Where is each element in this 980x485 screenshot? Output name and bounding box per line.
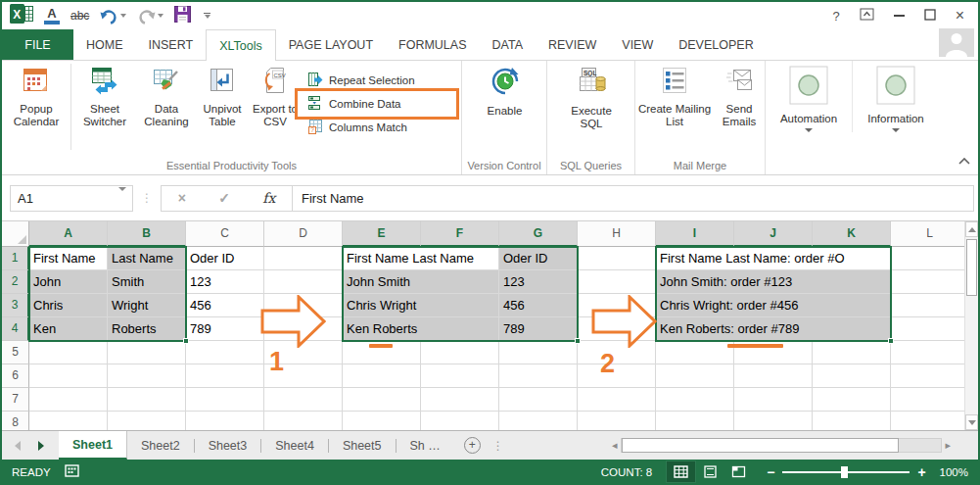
cell-E4[interactable]: Ken Roberts xyxy=(343,317,499,341)
scroll-left-icon[interactable]: ◂ xyxy=(609,439,621,452)
cell-J6[interactable] xyxy=(734,364,813,388)
col-header-D[interactable]: D xyxy=(264,221,343,247)
cell-F5[interactable] xyxy=(421,341,499,364)
cell-I8[interactable] xyxy=(656,412,734,430)
execute-sql-button[interactable]: SQL Execute SQL xyxy=(547,61,635,130)
cell-B7[interactable] xyxy=(108,388,186,412)
cell-K7[interactable] xyxy=(813,388,891,412)
cell-C8[interactable] xyxy=(186,412,264,430)
fill-handle[interactable] xyxy=(575,338,581,344)
help-button[interactable]: ? xyxy=(832,9,839,24)
user-avatar[interactable] xyxy=(939,28,974,61)
cell-A6[interactable] xyxy=(29,364,108,388)
sheet-tab-sheet1[interactable]: Sheet1 xyxy=(59,431,127,460)
sheet-tab-sheet3[interactable]: Sheet3 xyxy=(195,431,261,460)
cell-I7[interactable] xyxy=(656,388,734,412)
cell-B6[interactable] xyxy=(108,364,186,388)
create-mailing-list-button[interactable]: Create Mailing List xyxy=(635,61,714,128)
scroll-right-icon[interactable]: ▸ xyxy=(942,439,954,452)
tab-view[interactable]: VIEW xyxy=(609,29,666,60)
next-sheet-icon[interactable] xyxy=(37,441,45,451)
fill-handle[interactable] xyxy=(183,338,189,344)
cell-D8[interactable] xyxy=(264,412,343,430)
cell-L6[interactable] xyxy=(891,364,964,388)
cell-I6[interactable] xyxy=(656,364,734,388)
zoom-in-button[interactable]: + xyxy=(917,464,925,480)
cell-C7[interactable] xyxy=(186,388,264,412)
row-header-1[interactable]: 1 xyxy=(2,247,29,270)
cell-G3[interactable]: 456 xyxy=(499,294,578,317)
horizontal-scroll-thumb[interactable] xyxy=(622,438,899,453)
cell-H7[interactable] xyxy=(578,388,656,412)
sheet-tab-sheet2[interactable]: Sheet2 xyxy=(127,431,194,460)
save-icon[interactable] xyxy=(174,6,191,26)
cell-C1[interactable]: Oder ID xyxy=(186,247,264,270)
minimize-button[interactable] xyxy=(894,15,905,17)
row-header-2[interactable]: 2 xyxy=(2,270,29,294)
page-layout-view-icon[interactable] xyxy=(696,461,724,482)
name-box[interactable]: A1 xyxy=(10,185,133,212)
tab-developer[interactable]: DEVELOPER xyxy=(666,29,766,60)
close-button[interactable]: × xyxy=(956,7,964,24)
normal-view-icon[interactable] xyxy=(666,461,696,483)
cell-F7[interactable] xyxy=(421,388,499,412)
enable-button[interactable]: Enable xyxy=(462,61,547,118)
cell-B4[interactable]: Roberts xyxy=(108,317,186,341)
col-header-K[interactable]: K xyxy=(813,221,891,247)
font-color-button[interactable]: A xyxy=(44,8,60,24)
cell-B1[interactable]: Last Name xyxy=(108,247,186,270)
cancel-icon[interactable]: × xyxy=(178,190,186,206)
popup-calendar-button[interactable]: Popup Calendar xyxy=(2,61,70,128)
row-header-5[interactable]: 5 xyxy=(2,341,29,364)
cell-D7[interactable] xyxy=(264,388,343,412)
col-header-G[interactable]: G xyxy=(499,221,578,247)
cell-G6[interactable] xyxy=(499,364,578,388)
enter-icon[interactable]: ✓ xyxy=(218,190,230,206)
cell-K6[interactable] xyxy=(813,364,891,388)
cell-E6[interactable] xyxy=(343,364,421,388)
sheet-tab-sheet5[interactable]: Sheet5 xyxy=(329,431,396,460)
cell-K8[interactable] xyxy=(813,412,891,430)
maximize-button[interactable] xyxy=(924,9,936,24)
cell-I3[interactable]: Chris Wright: order #456 xyxy=(656,294,891,317)
cell-F6[interactable] xyxy=(421,364,499,388)
cell-L8[interactable] xyxy=(891,412,964,430)
collapse-ribbon-icon[interactable] xyxy=(958,151,970,169)
cell-I4[interactable]: Ken Roberts: order #789 xyxy=(656,317,891,341)
zoom-level[interactable]: 100% xyxy=(940,466,968,478)
insert-function-icon[interactable]: fx xyxy=(262,190,275,206)
macro-record-icon[interactable] xyxy=(65,464,79,479)
cell-E2[interactable]: John Smith xyxy=(343,270,499,294)
tab-review[interactable]: REVIEW xyxy=(536,29,609,60)
sheet-tab-sheet4[interactable]: Sheet4 xyxy=(261,431,328,460)
tab-file[interactable]: FILE xyxy=(2,29,73,60)
prev-sheet-icon[interactable] xyxy=(14,441,22,451)
col-header-L[interactable]: L xyxy=(891,221,964,247)
select-all-corner[interactable] xyxy=(2,221,29,247)
redo-button[interactable] xyxy=(137,8,163,24)
cell-A2[interactable]: John xyxy=(29,270,108,294)
cell-C4[interactable]: 789 xyxy=(186,317,264,341)
cell-G2[interactable]: 123 xyxy=(499,270,578,294)
horizontal-scrollbar[interactable]: ◂ ▸ xyxy=(609,436,954,454)
cell-C6[interactable] xyxy=(186,364,264,388)
cell-A8[interactable] xyxy=(29,412,108,430)
cell-A1[interactable]: First Name xyxy=(29,247,108,270)
cell-I2[interactable]: John Smith: order #123 xyxy=(656,270,891,294)
tab-insert[interactable]: INSERT xyxy=(136,29,207,60)
fill-handle[interactable] xyxy=(888,338,894,344)
vertical-scrollbar[interactable] xyxy=(964,221,978,430)
undo-button[interactable] xyxy=(100,8,126,24)
cell-H6[interactable] xyxy=(578,364,656,388)
cell-H2[interactable] xyxy=(578,270,656,294)
sheet-tab-sheet6[interactable]: Sh … xyxy=(397,431,454,460)
col-header-I[interactable]: I xyxy=(656,221,734,247)
cell-G1[interactable]: Oder ID xyxy=(499,247,578,270)
sheet-switcher-button[interactable]: Sheet Switcher xyxy=(71,61,138,128)
col-header-A[interactable]: A xyxy=(29,221,108,247)
cell-I5[interactable] xyxy=(656,341,734,364)
cell-H8[interactable] xyxy=(578,412,656,430)
cell-D1[interactable] xyxy=(264,247,343,270)
row-header-4[interactable]: 4 xyxy=(2,317,29,341)
col-header-F[interactable]: F xyxy=(421,221,499,247)
